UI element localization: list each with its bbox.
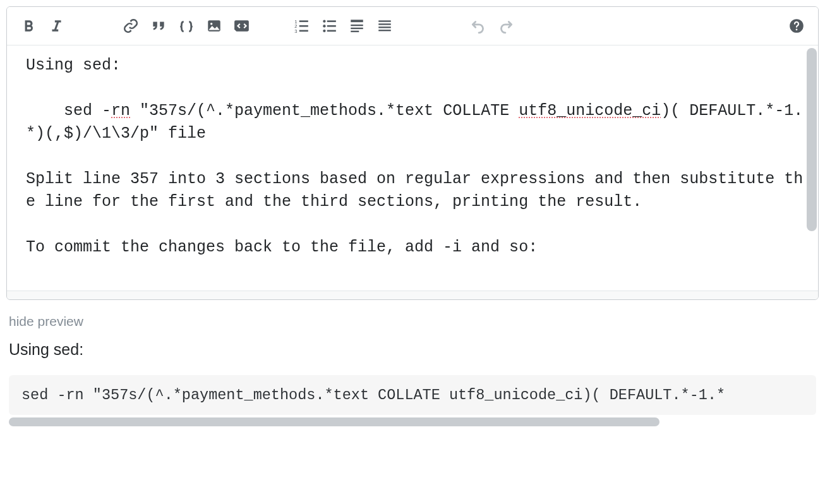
editor-textarea[interactable]: Using sed: sed -rn "357s/(^.*payment_met…: [7, 45, 818, 291]
svg-rect-16: [351, 28, 363, 29]
editor-container: 123 Using sed: sed -rn "357s/(^.*payment…: [6, 6, 819, 300]
svg-text:3: 3: [294, 28, 297, 34]
svg-rect-12: [327, 25, 336, 27]
svg-rect-21: [378, 30, 391, 31]
numbered-list-button[interactable]: 123: [289, 13, 314, 39]
svg-rect-5: [299, 20, 308, 22]
editor-line: Split line 357 into 3 sections based on …: [26, 170, 803, 211]
snippet-button[interactable]: [229, 13, 255, 39]
horizontal-rule-button[interactable]: [372, 13, 397, 39]
svg-rect-19: [378, 23, 391, 25]
code-button[interactable]: [174, 13, 199, 39]
editor-line: sed -rn "357s/(^.*payment_methods.*text …: [26, 102, 803, 143]
undo-button[interactable]: [466, 13, 491, 39]
editor-resize-handle[interactable]: [7, 291, 818, 299]
preview-section: hide preview Using sed: sed -rn "357s/(^…: [6, 314, 819, 426]
editor-scrollbar-thumb[interactable]: [807, 48, 817, 231]
editor-content[interactable]: Using sed: sed -rn "357s/(^.*payment_met…: [7, 45, 818, 291]
editor-line: To commit the changes back to the file, …: [26, 238, 538, 256]
svg-point-1: [210, 23, 212, 25]
heading-button[interactable]: [344, 13, 370, 39]
preview-horizontal-scrollbar[interactable]: [9, 417, 816, 426]
svg-rect-11: [327, 20, 336, 22]
spellcheck-mark: rn: [111, 102, 130, 120]
editor-line: Using sed:: [26, 56, 121, 75]
preview-heading: Using sed:: [9, 340, 816, 359]
svg-point-8: [323, 20, 325, 22]
help-button[interactable]: [784, 13, 809, 39]
preview-code-block: sed -rn "357s/(^.*payment_methods.*text …: [9, 375, 816, 415]
svg-rect-6: [299, 25, 308, 27]
svg-rect-7: [299, 30, 308, 32]
image-button[interactable]: [202, 13, 227, 39]
svg-rect-17: [351, 31, 359, 32]
svg-rect-14: [351, 20, 363, 22]
svg-rect-15: [351, 25, 363, 26]
svg-point-23: [796, 28, 798, 30]
italic-button[interactable]: [44, 13, 69, 39]
svg-point-10: [323, 30, 325, 32]
svg-rect-20: [378, 27, 391, 28]
link-button[interactable]: [118, 13, 143, 39]
bold-button[interactable]: [16, 13, 41, 39]
svg-rect-18: [378, 20, 391, 21]
bulleted-list-button[interactable]: [316, 13, 342, 39]
spellcheck-mark: utf8_unicode_ci: [519, 102, 661, 120]
quote-button[interactable]: [146, 13, 171, 39]
hide-preview-link[interactable]: hide preview: [9, 314, 83, 329]
redo-button[interactable]: [493, 13, 519, 39]
preview-horizontal-scrollbar-thumb[interactable]: [9, 417, 659, 426]
svg-rect-13: [327, 30, 336, 32]
editor-toolbar: 123: [7, 7, 818, 45]
svg-point-9: [323, 25, 325, 27]
